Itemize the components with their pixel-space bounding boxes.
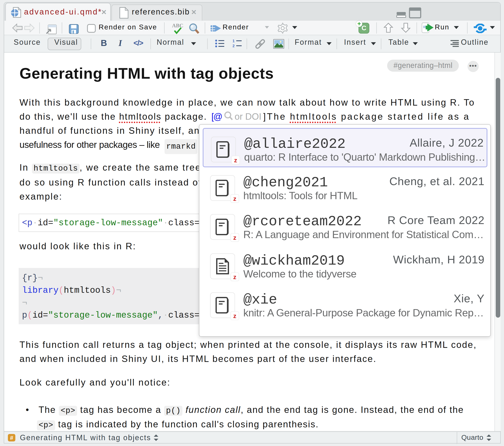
- svg-text:1: 1: [233, 39, 234, 43]
- svg-text:ABC: ABC: [172, 23, 183, 29]
- svg-text:2: 2: [233, 44, 234, 48]
